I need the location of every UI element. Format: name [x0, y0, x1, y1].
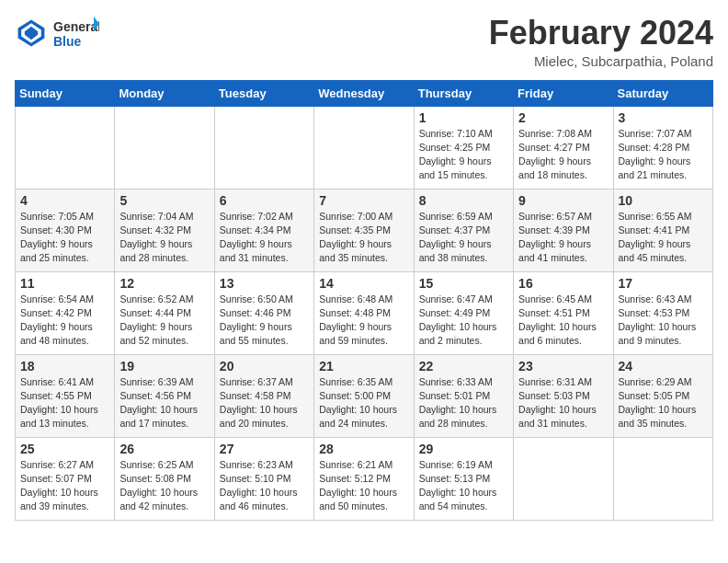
- day-info: Sunrise: 6:35 AM Sunset: 5:00 PM Dayligh…: [319, 375, 408, 431]
- day-number: 26: [119, 442, 209, 456]
- day-number: 25: [20, 442, 109, 456]
- day-info: Sunrise: 6:59 AM Sunset: 4:37 PM Dayligh…: [419, 210, 508, 266]
- calendar-cell: 21Sunrise: 6:35 AM Sunset: 5:00 PM Dayli…: [314, 354, 414, 437]
- day-number: 13: [220, 276, 309, 291]
- calendar-cell: 9Sunrise: 6:57 AM Sunset: 4:39 PM Daylig…: [514, 189, 613, 271]
- day-number: 28: [319, 442, 408, 456]
- day-number: 12: [119, 276, 209, 291]
- day-info: Sunrise: 6:52 AM Sunset: 4:44 PM Dayligh…: [119, 293, 209, 349]
- day-info: Sunrise: 7:02 AM Sunset: 4:34 PM Dayligh…: [220, 210, 309, 266]
- day-number: 29: [419, 442, 508, 456]
- calendar-table: SundayMondayTuesdayWednesdayThursdayFrid…: [15, 80, 713, 521]
- calendar-cell: 3Sunrise: 7:07 AM Sunset: 4:28 PM Daylig…: [613, 106, 712, 189]
- calendar-cell: 28Sunrise: 6:21 AM Sunset: 5:12 PM Dayli…: [314, 437, 414, 520]
- day-info: Sunrise: 7:07 AM Sunset: 4:28 PM Dayligh…: [619, 127, 708, 183]
- calendar-cell: 10Sunrise: 6:55 AM Sunset: 4:41 PM Dayli…: [613, 189, 712, 271]
- calendar-cell: 7Sunrise: 7:00 AM Sunset: 4:35 PM Daylig…: [314, 189, 414, 271]
- day-info: Sunrise: 6:33 AM Sunset: 5:01 PM Dayligh…: [419, 375, 508, 431]
- calendar-cell: 22Sunrise: 6:33 AM Sunset: 5:01 PM Dayli…: [414, 354, 513, 437]
- day-number: 21: [319, 359, 408, 373]
- day-number: 1: [419, 110, 508, 125]
- calendar-cell: 23Sunrise: 6:31 AM Sunset: 5:03 PM Dayli…: [514, 354, 613, 437]
- day-number: 11: [20, 276, 109, 291]
- day-number: 8: [419, 193, 508, 208]
- calendar-cell: 29Sunrise: 6:19 AM Sunset: 5:13 PM Dayli…: [414, 437, 513, 520]
- day-number: 27: [220, 442, 309, 456]
- day-info: Sunrise: 6:23 AM Sunset: 5:10 PM Dayligh…: [220, 458, 309, 514]
- calendar-week-1: 1Sunrise: 7:10 AM Sunset: 4:25 PM Daylig…: [16, 106, 713, 189]
- day-info: Sunrise: 7:04 AM Sunset: 4:32 PM Dayligh…: [119, 210, 209, 266]
- calendar-cell: 2Sunrise: 7:08 AM Sunset: 4:27 PM Daylig…: [514, 106, 613, 189]
- day-info: Sunrise: 6:27 AM Sunset: 5:07 PM Dayligh…: [20, 458, 109, 514]
- logo-graphic: General Blue: [53, 15, 99, 52]
- weekday-header-sunday: Sunday: [16, 80, 115, 106]
- day-info: Sunrise: 6:25 AM Sunset: 5:08 PM Dayligh…: [119, 458, 209, 514]
- calendar-cell: 5Sunrise: 7:04 AM Sunset: 4:32 PM Daylig…: [115, 189, 214, 271]
- weekday-header-row: SundayMondayTuesdayWednesdayThursdayFrid…: [16, 80, 713, 106]
- day-number: 19: [119, 359, 209, 373]
- day-number: 6: [220, 193, 309, 208]
- month-title: February 2024: [489, 15, 713, 52]
- svg-text:General: General: [53, 19, 99, 34]
- calendar-cell: 24Sunrise: 6:29 AM Sunset: 5:05 PM Dayli…: [613, 354, 712, 437]
- calendar-cell: 8Sunrise: 6:59 AM Sunset: 4:37 PM Daylig…: [414, 189, 513, 271]
- day-info: Sunrise: 6:19 AM Sunset: 5:13 PM Dayligh…: [419, 458, 508, 514]
- page-header: General Blue February 2024 Mielec, Subca…: [15, 15, 713, 69]
- day-number: 4: [20, 193, 109, 208]
- day-info: Sunrise: 6:54 AM Sunset: 4:42 PM Dayligh…: [20, 293, 109, 349]
- day-info: Sunrise: 6:55 AM Sunset: 4:41 PM Dayligh…: [619, 210, 708, 266]
- calendar-cell: [214, 106, 313, 189]
- calendar-cell: [115, 106, 214, 189]
- calendar-cell: 6Sunrise: 7:02 AM Sunset: 4:34 PM Daylig…: [214, 189, 313, 271]
- calendar-cell: [314, 106, 414, 189]
- weekday-header-thursday: Thursday: [414, 80, 513, 106]
- day-info: Sunrise: 6:45 AM Sunset: 4:51 PM Dayligh…: [518, 293, 608, 349]
- weekday-header-wednesday: Wednesday: [314, 80, 414, 106]
- day-info: Sunrise: 6:41 AM Sunset: 4:55 PM Dayligh…: [20, 375, 109, 431]
- calendar-cell: [613, 437, 712, 520]
- day-info: Sunrise: 6:47 AM Sunset: 4:49 PM Dayligh…: [419, 293, 508, 349]
- weekday-header-saturday: Saturday: [613, 80, 712, 106]
- calendar-week-4: 18Sunrise: 6:41 AM Sunset: 4:55 PM Dayli…: [16, 354, 713, 437]
- day-number: 5: [119, 193, 209, 208]
- day-info: Sunrise: 6:21 AM Sunset: 5:12 PM Dayligh…: [319, 458, 408, 514]
- calendar-cell: 13Sunrise: 6:50 AM Sunset: 4:46 PM Dayli…: [214, 271, 313, 354]
- day-info: Sunrise: 6:31 AM Sunset: 5:03 PM Dayligh…: [518, 375, 608, 431]
- svg-text:Blue: Blue: [53, 34, 82, 49]
- calendar-cell: 26Sunrise: 6:25 AM Sunset: 5:08 PM Dayli…: [115, 437, 214, 520]
- calendar-cell: 18Sunrise: 6:41 AM Sunset: 4:55 PM Dayli…: [16, 354, 115, 437]
- day-info: Sunrise: 7:10 AM Sunset: 4:25 PM Dayligh…: [419, 127, 508, 183]
- day-number: 2: [518, 110, 608, 125]
- day-info: Sunrise: 6:50 AM Sunset: 4:46 PM Dayligh…: [220, 293, 309, 349]
- day-number: 18: [20, 359, 109, 373]
- logo: General Blue: [15, 15, 99, 52]
- weekday-header-friday: Friday: [514, 80, 613, 106]
- calendar-cell: 1Sunrise: 7:10 AM Sunset: 4:25 PM Daylig…: [414, 106, 513, 189]
- calendar-week-3: 11Sunrise: 6:54 AM Sunset: 4:42 PM Dayli…: [16, 271, 713, 354]
- calendar-cell: 15Sunrise: 6:47 AM Sunset: 4:49 PM Dayli…: [414, 271, 513, 354]
- day-number: 24: [619, 359, 708, 373]
- title-section: February 2024 Mielec, Subcarpathia, Pola…: [489, 15, 713, 69]
- calendar-cell: 16Sunrise: 6:45 AM Sunset: 4:51 PM Dayli…: [514, 271, 613, 354]
- day-info: Sunrise: 7:05 AM Sunset: 4:30 PM Dayligh…: [20, 210, 109, 266]
- calendar-cell: 17Sunrise: 6:43 AM Sunset: 4:53 PM Dayli…: [613, 271, 712, 354]
- day-info: Sunrise: 6:39 AM Sunset: 4:56 PM Dayligh…: [119, 375, 209, 431]
- day-info: Sunrise: 7:00 AM Sunset: 4:35 PM Dayligh…: [319, 210, 408, 266]
- calendar-cell: 4Sunrise: 7:05 AM Sunset: 4:30 PM Daylig…: [16, 189, 115, 271]
- day-info: Sunrise: 6:57 AM Sunset: 4:39 PM Dayligh…: [518, 210, 608, 266]
- location: Mielec, Subcarpathia, Poland: [489, 53, 713, 69]
- calendar-cell: [514, 437, 613, 520]
- calendar-cell: 11Sunrise: 6:54 AM Sunset: 4:42 PM Dayli…: [16, 271, 115, 354]
- day-info: Sunrise: 7:08 AM Sunset: 4:27 PM Dayligh…: [518, 127, 608, 183]
- day-number: 23: [518, 359, 608, 373]
- day-number: 16: [518, 276, 608, 291]
- day-number: 15: [419, 276, 508, 291]
- day-info: Sunrise: 6:37 AM Sunset: 4:58 PM Dayligh…: [220, 375, 309, 431]
- calendar-cell: 12Sunrise: 6:52 AM Sunset: 4:44 PM Dayli…: [115, 271, 214, 354]
- calendar-week-5: 25Sunrise: 6:27 AM Sunset: 5:07 PM Dayli…: [16, 437, 713, 520]
- calendar-cell: 27Sunrise: 6:23 AM Sunset: 5:10 PM Dayli…: [214, 437, 313, 520]
- calendar-cell: 25Sunrise: 6:27 AM Sunset: 5:07 PM Dayli…: [16, 437, 115, 520]
- day-info: Sunrise: 6:48 AM Sunset: 4:48 PM Dayligh…: [319, 293, 408, 349]
- day-number: 3: [619, 110, 708, 125]
- weekday-header-tuesday: Tuesday: [214, 80, 313, 106]
